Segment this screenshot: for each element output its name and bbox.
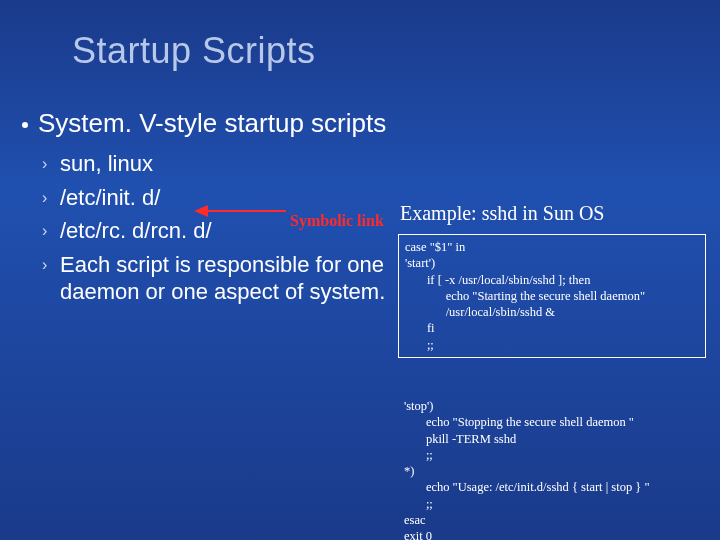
code-block-stop: 'stop') echo "Stopping the secure shell … <box>398 396 706 540</box>
chevron-right-icon: › <box>42 154 47 174</box>
main-bullet: System. V-style startup scripts <box>38 108 386 139</box>
list-item-text: /etc/rc. d/rcn. d/ <box>60 218 212 243</box>
list-item-text: /etc/init. d/ <box>60 185 160 210</box>
list-item: › sun, linux <box>60 150 390 178</box>
symbolic-link-label: Symbolic link <box>290 212 384 230</box>
main-bullet-text: System. V-style startup scripts <box>38 108 386 138</box>
slide-title: Startup Scripts <box>72 30 316 72</box>
sub-bullet-list: › sun, linux › /etc/init. d/ › /etc/rc. … <box>60 150 390 312</box>
chevron-right-icon: › <box>42 188 47 208</box>
list-item: › Each script is responsible for one dae… <box>60 251 390 306</box>
code-block-start: case "$1" in 'start') if [ -x /usr/local… <box>398 234 706 358</box>
example-title: Example: sshd in Sun OS <box>400 202 604 225</box>
chevron-right-icon: › <box>42 255 47 275</box>
chevron-right-icon: › <box>42 221 47 241</box>
list-item-text: sun, linux <box>60 151 153 176</box>
bullet-dot-icon <box>22 122 28 128</box>
list-item-text: Each script is responsible for one daemo… <box>60 252 385 305</box>
arrow-left-icon <box>194 200 288 222</box>
svg-marker-1 <box>194 205 208 217</box>
